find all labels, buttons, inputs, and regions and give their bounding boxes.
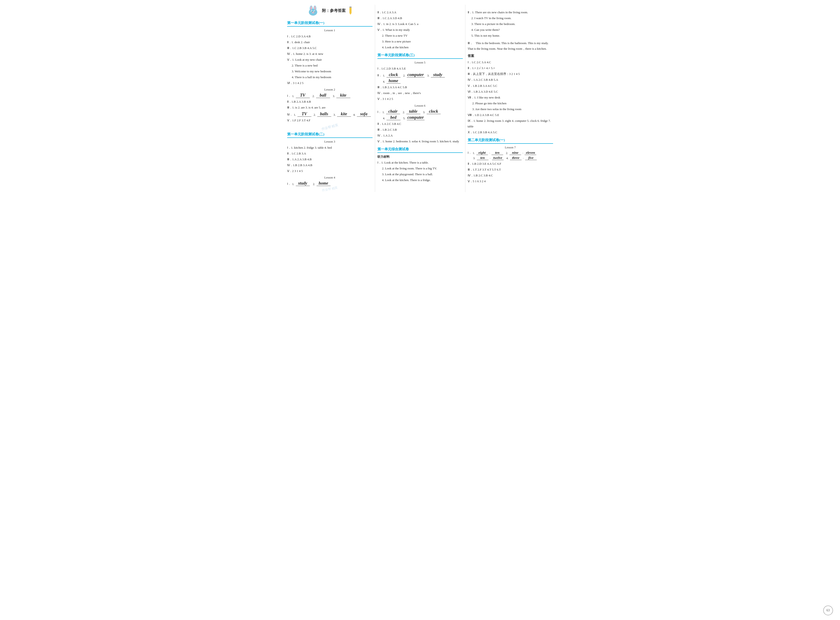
lesson7-answers: Ⅱ．1.B 2.D 3.E 4.A 5.C 6.F Ⅲ．1.T 2.F 3.T … xyxy=(468,161,553,184)
comp-passage: Ⅲ． This is the bedroom. This is the bath… xyxy=(468,41,553,51)
lesson1-title: Lesson 1 xyxy=(287,29,373,32)
lesson5-rows2: Ⅲ．1.B 2.A 3.A 4.C 5.B Ⅳ．room，in，see，new，… xyxy=(377,84,463,102)
svg-point-4 xyxy=(314,6,316,10)
mid-top-answers: Ⅱ．1.C 2.A 3.A Ⅲ．1.C 2.A 3.D 4.B Ⅳ．1. in … xyxy=(377,9,463,50)
lesson1-answers: Ⅰ．1.C 2.D 3.A 4.B Ⅱ．1. desk 2. chair Ⅲ．1… xyxy=(287,34,373,86)
rabbit-icon xyxy=(306,5,320,17)
page-container: 附：参考答案 第一单元阶段测试卷(一) Lesson 1 Ⅰ．1.C 2.D 3… xyxy=(285,5,555,192)
section-title-5: 第二单元阶段测试卷(一) xyxy=(468,138,553,144)
section-title-1: 第一单元阶段测试卷(一) xyxy=(287,21,373,27)
lesson5-rows1: Ⅰ．1.C 2.D 3.B 4.A 5.E xyxy=(377,66,463,71)
lesson6-title: Lesson 6 xyxy=(377,104,463,108)
svg-point-3 xyxy=(311,6,312,10)
header-area: 附：参考答案 xyxy=(287,5,373,17)
lesson3-answers: Ⅰ．1. kitchen 2. fridge 3. table 4. bed Ⅱ… xyxy=(287,145,373,174)
lesson2-cursive2: Ⅳ． 1. TV 2. balls 3. kite 4. sofa xyxy=(287,111,373,117)
lesson2-title: Lesson 2 xyxy=(287,88,373,92)
lesson5-title: Lesson 5 xyxy=(377,61,463,65)
lesson6-cursive1: Ⅰ． 1. chair 2. table 3. clock 4. bed 5. … xyxy=(377,109,463,120)
lesson2-cursive1: Ⅰ． 1. TV 2. ball 3. kite xyxy=(287,93,373,98)
right-listening: Ⅱ．1. There are six new chairs in the liv… xyxy=(468,9,553,39)
listening-material: Ⅰ．1. Look at the kitchen. There is a tab… xyxy=(377,160,463,183)
left-column: 附：参考答案 第一单元阶段测试卷(一) Lesson 1 Ⅰ．1.C 2.D 3… xyxy=(285,5,375,192)
lesson4-title: Lesson 4 xyxy=(287,176,373,179)
lesson6-answers: Ⅱ．1.A 2.C 3.B 4.C Ⅲ．1.B 2.C 3.B Ⅳ．1.A 2.… xyxy=(377,121,463,144)
lesson5-cursive: Ⅱ． 1. clock 2. computer 3. study 4. home xyxy=(377,72,463,84)
answer-label: 答案 xyxy=(468,54,553,58)
right-column: Ⅱ．1. There are six new chairs in the liv… xyxy=(465,5,555,192)
lesson7-title: Lesson 7 xyxy=(468,146,553,149)
right-answers: Ⅰ．1.C 2.C 3.A 4.C Ⅱ．1.× 2.√ 3.× 4.× 5.× … xyxy=(468,60,553,135)
section-title-4: 第一单元综合测试卷 xyxy=(377,147,463,153)
svg-point-7 xyxy=(312,11,313,12)
lesson2-answers: Ⅱ．1.B 2.A 3.B 4.B Ⅲ．1. is 2. are 3. is 4… xyxy=(287,99,373,110)
header-title: 附：参考答案 xyxy=(322,8,346,13)
svg-point-8 xyxy=(314,11,315,12)
lesson7-cursive: Ⅰ． 1. eight · ten 2. nine · eleven 3. te… xyxy=(468,151,553,160)
svg-marker-11 xyxy=(349,13,352,15)
section-title-3: 第一单元阶段测试卷(三) xyxy=(377,53,463,59)
svg-point-9 xyxy=(312,12,314,13)
lesson3-title: Lesson 3 xyxy=(287,140,373,143)
header-logo: 附：参考答案 xyxy=(306,5,353,17)
pencil-icon xyxy=(347,6,353,15)
svg-rect-12 xyxy=(349,6,352,8)
listening-label: 听力材料 xyxy=(377,155,463,159)
mid-column: Ⅱ．1.C 2.A 3.A Ⅲ．1.C 2.A 3.D 4.B Ⅳ．1. in … xyxy=(375,5,465,192)
